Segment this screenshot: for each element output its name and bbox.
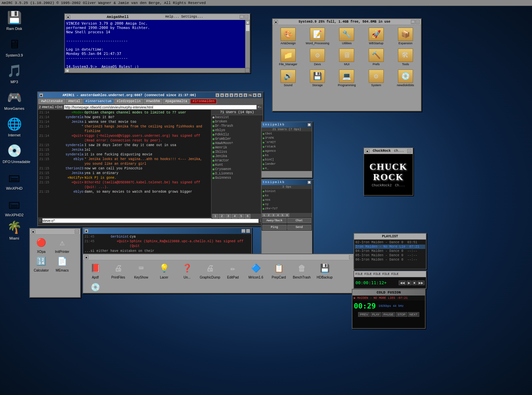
- pl-item-1[interactable]: Iron Maiden - No More Lie 07:21: [355, 245, 425, 249]
- desktop-icon-moregames[interactable]: 🎮 MoreGames: [3, 90, 26, 111]
- sys39-icon-devs[interactable]: ⚙️ Devs: [304, 48, 331, 67]
- trow-keyshow[interactable]: ⌨️ KeyShow: [130, 262, 152, 279]
- sys39-max-btn[interactable]: □: [416, 20, 420, 24]
- p3-page-3[interactable]: 3: [271, 213, 276, 217]
- cf-pause-btn[interactable]: PAUSE: [382, 312, 395, 317]
- p2-btn-t[interactable]: t: [263, 123, 264, 126]
- irc-close-btn[interactable]: ■: [39, 93, 43, 97]
- user-afk[interactable]: 3^AFK: [262, 136, 312, 140]
- p3-btn-t[interactable]: t: [263, 181, 264, 184]
- irc-btn-b[interactable]: b: [257, 93, 261, 97]
- irc-btn-75[interactable]: 75: [248, 93, 252, 97]
- sys39-icon-wbstartup[interactable]: 🚀 WBStartup: [362, 27, 390, 46]
- irc-tab-innersanctum[interactable]: #innersanctum: [83, 99, 114, 104]
- toolbar-xopa[interactable]: 🔴 XOpa: [31, 236, 51, 254]
- sys39-icon-system[interactable]: ⚙ System: [362, 69, 390, 88]
- desktop-icon-winxphd2[interactable]: 🖴 WinXPHD2: [3, 196, 26, 217]
- desktop-icon-miami[interactable]: 🌴 Miami: [3, 220, 26, 241]
- irc-url-input[interactable]: [64, 105, 257, 109]
- toolbar-memacs[interactable]: 📄 MEmacs: [52, 255, 72, 272]
- cr-max-btn[interactable]: □: [407, 149, 411, 153]
- sys39-icon-art-design[interactable]: 🎨 Art&Design: [274, 27, 302, 46]
- system39-titlebar[interactable]: ■ System3.9 25% full, 1.4GB free, 504.8M…: [273, 19, 421, 25]
- p3-btn-b[interactable]: b: [282, 181, 284, 184]
- trow-hdbackup[interactable]: 💾 HDBackup: [314, 262, 335, 279]
- cf-play-btn[interactable]: PLAY: [370, 312, 381, 317]
- p2-btn-i[interactable]: i: [270, 123, 272, 126]
- trow-graphicdump[interactable]: 🖨 GraphicDump: [199, 262, 221, 279]
- irc-user-cryoaeon[interactable]: Cryoaeon: [211, 167, 263, 171]
- play-btn[interactable]: ▶: [407, 281, 412, 285]
- irc-page-3[interactable]: 3: [225, 214, 231, 217]
- pl-item-2[interactable]: 04-Iron Maiden - Dance 0 --:--: [355, 249, 425, 253]
- irc-tab-nwobhm[interactable]: #nwobhm: [144, 99, 162, 104]
- trow-apdf[interactable]: 📕 Apdf: [84, 262, 106, 279]
- irc-user-eblyo[interactable]: eblyo: [211, 128, 263, 132]
- irc-btn-n[interactable]: n: [220, 93, 224, 97]
- scroll-left-arrow[interactable]: ◀: [65, 69, 69, 73]
- irc-tab-ironmaiden[interactable]: #ironmaiden: [190, 99, 217, 104]
- cf-titlebar[interactable]: COLD FUSION: [352, 290, 425, 296]
- user-sy[interactable]: sy: [262, 202, 312, 207]
- sys39-icon-programming[interactable]: 💻 Programming: [333, 69, 360, 88]
- p3-page-2[interactable]: 2: [267, 213, 271, 217]
- pane3-ping-btn[interactable]: Ping: [262, 225, 287, 230]
- cf-prev-btn[interactable]: PREV: [358, 312, 370, 317]
- chuckrock-titlebar[interactable]: ■ ChuckRock ch... □: [364, 148, 413, 154]
- p3-page-1[interactable]: 1: [262, 213, 266, 217]
- user-binist[interactable]: binist: [262, 189, 312, 194]
- desktop-icon-system39[interactable]: 🖥 System3.9: [3, 37, 26, 58]
- irc-user-guinness[interactable]: Guinness: [211, 176, 263, 180]
- irc-input-field[interactable]: [42, 218, 259, 223]
- irc-btn-i[interactable]: i: [229, 93, 233, 97]
- shell-hscrollbar[interactable]: ◀: [65, 68, 245, 73]
- user-nos[interactable]: nos: [262, 198, 312, 202]
- irc-user-jenika[interactable]: Jenika: [211, 154, 263, 158]
- p2-btn-s[interactable]: s: [268, 123, 269, 126]
- irc-page-1[interactable]: 1: [212, 214, 218, 217]
- p3-page-6[interactable]: 6: [285, 213, 289, 217]
- sys39-icon-tools[interactable]: 🛠 Tools: [392, 48, 419, 67]
- user-tbot[interactable]: tbot: [262, 132, 312, 136]
- scroll-thumb[interactable]: [246, 25, 250, 31]
- shell-close-btn[interactable]: ■: [66, 15, 70, 19]
- p2-btn-k[interactable]: k: [280, 123, 282, 126]
- desktop-icon-dfo[interactable]: 💿 DFO:Unreadable: [3, 143, 26, 164]
- shell-min-btn[interactable]: _: [240, 15, 244, 19]
- irc-user-fdkkilz[interactable]: FdkkIlz: [211, 132, 263, 137]
- irc-lt-btn[interactable]: <-: [258, 105, 262, 109]
- irc-tab-ledzeppelin[interactable]: #ledzeppelin: [114, 99, 143, 104]
- stop-btn[interactable]: ■: [412, 281, 417, 285]
- irc-btn-t[interactable]: t: [215, 93, 219, 97]
- user-nhit[interactable]: 'n^HIT: [262, 140, 312, 145]
- desktop-icon-mp3[interactable]: 🎵 MP3: [3, 63, 26, 84]
- sys39-icon-expansion[interactable]: 📦 Expansion: [392, 27, 419, 46]
- trow-close[interactable]: ■: [84, 255, 88, 259]
- irc-user-bassist[interactable]: bassist: [211, 115, 263, 119]
- sys39-icon-file-manager[interactable]: 📁 File_Manager: [274, 48, 302, 67]
- desktop-icon-internet[interactable]: 🌐 Internet: [3, 116, 26, 137]
- irc-page-4[interactable]: 4: [232, 214, 237, 217]
- user-zkv[interactable]: zkv~7z7: [262, 207, 312, 211]
- p3-page-4[interactable]: 4: [276, 213, 280, 217]
- irc-user-hawkmoon[interactable]: HawkMoon^: [211, 141, 263, 145]
- irc-page-6[interactable]: 6: [245, 214, 250, 217]
- scroll-up-arrow[interactable]: ▲: [246, 20, 250, 24]
- user-rstack[interactable]: rstack: [262, 145, 312, 149]
- user-lander[interactable]: lander: [262, 162, 312, 166]
- irc-page-5[interactable]: 5: [238, 214, 244, 217]
- trow-benchtrash[interactable]: 🗑 BenchTrash: [291, 262, 313, 279]
- playlist-titlebar[interactable]: PLAYLIST: [354, 234, 426, 240]
- ib-btn-max[interactable]: □: [246, 229, 250, 233]
- next-btn[interactable]: ▶▶: [417, 281, 425, 285]
- cf-stop-btn[interactable]: STOP: [396, 312, 407, 317]
- irc-user-grumbler[interactable]: Grumbler: [211, 137, 263, 141]
- irc-main-titlebar[interactable]: ■ AMIRC1 - amsterdamhleo.undernet.org:66…: [38, 92, 263, 98]
- toolbar-max[interactable]: □: [75, 230, 79, 234]
- p2-close-btn[interactable]: ■: [308, 123, 311, 126]
- cf-next-btn[interactable]: NEXT: [408, 312, 419, 317]
- pane3-chat-btn[interactable]: Chat: [287, 218, 312, 223]
- sys39-icon-sound[interactable]: 🔊 Sound: [274, 69, 302, 88]
- p2-btn-m[interactable]: m: [275, 123, 277, 126]
- trow-un[interactable]: ❓ Un...: [176, 262, 198, 279]
